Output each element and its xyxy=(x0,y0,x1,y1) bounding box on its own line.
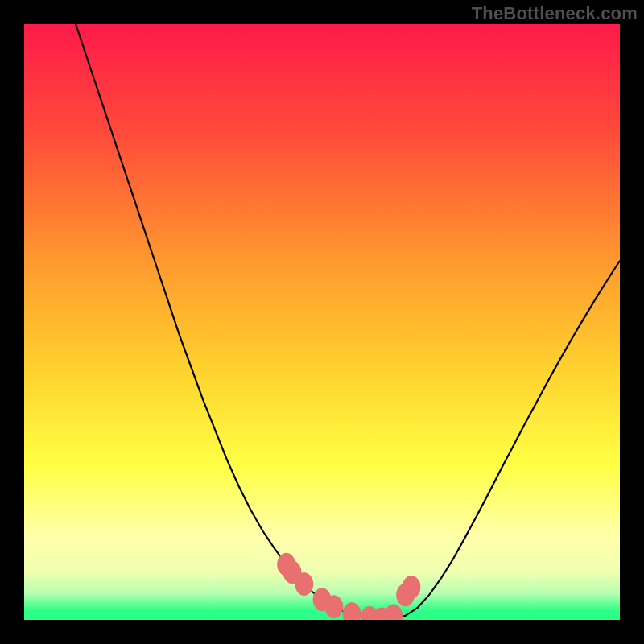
plot-area xyxy=(24,24,620,620)
chart-frame: TheBottleneck.com xyxy=(0,0,644,644)
gradient-background xyxy=(24,24,620,620)
curve-marker xyxy=(295,573,313,596)
curve-marker xyxy=(325,596,343,618)
curve-marker xyxy=(402,576,420,598)
watermark-label: TheBottleneck.com xyxy=(472,3,638,24)
bottleneck-chart xyxy=(24,24,620,620)
